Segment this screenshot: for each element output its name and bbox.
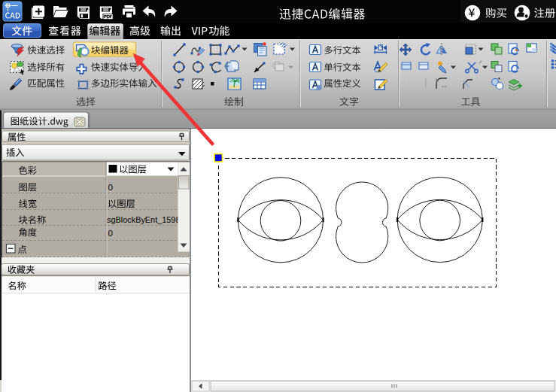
svg-text:0: 0 — [108, 229, 113, 238]
svg-text:sgBlockByEnt_1598: sgBlockByEnt_1598 — [107, 215, 180, 224]
svg-text:0: 0 — [108, 183, 113, 192]
